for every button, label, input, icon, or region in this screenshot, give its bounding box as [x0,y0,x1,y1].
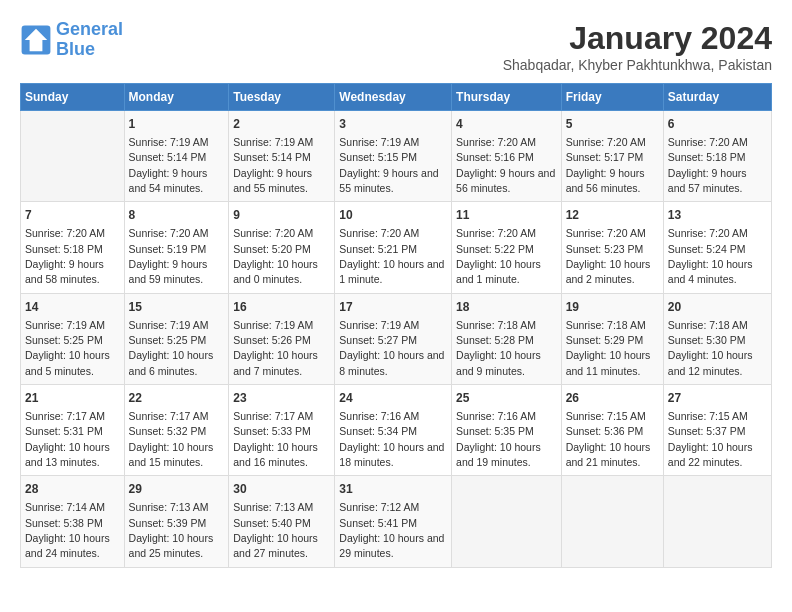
day-daylight: Daylight: 10 hours and 6 minutes. [129,349,214,376]
calendar-cell [561,476,663,567]
day-sunset: Sunset: 5:26 PM [233,334,311,346]
day-daylight: Daylight: 9 hours and 54 minutes. [129,167,208,194]
day-number: 11 [456,207,557,224]
day-number: 4 [456,116,557,133]
calendar-cell: 21 Sunrise: 7:17 AM Sunset: 5:31 PM Dayl… [21,385,125,476]
day-sunrise: Sunrise: 7:17 AM [25,410,105,422]
day-sunrise: Sunrise: 7:19 AM [25,319,105,331]
logo-line2: Blue [56,39,95,59]
calendar-cell: 20 Sunrise: 7:18 AM Sunset: 5:30 PM Dayl… [663,293,771,384]
day-sunset: Sunset: 5:18 PM [668,151,746,163]
title-block: January 2024 Shabqadar, Khyber Pakhtunkh… [503,20,772,73]
day-daylight: Daylight: 10 hours and 5 minutes. [25,349,110,376]
day-number: 25 [456,390,557,407]
calendar-cell [21,111,125,202]
day-sunset: Sunset: 5:22 PM [456,243,534,255]
day-number: 16 [233,299,330,316]
calendar-week-3: 14 Sunrise: 7:19 AM Sunset: 5:25 PM Dayl… [21,293,772,384]
day-daylight: Daylight: 10 hours and 16 minutes. [233,441,318,468]
day-number: 14 [25,299,120,316]
calendar-week-4: 21 Sunrise: 7:17 AM Sunset: 5:31 PM Dayl… [21,385,772,476]
calendar-body: 1 Sunrise: 7:19 AM Sunset: 5:14 PM Dayli… [21,111,772,568]
day-daylight: Daylight: 10 hours and 22 minutes. [668,441,753,468]
day-daylight: Daylight: 9 hours and 59 minutes. [129,258,208,285]
calendar-header: Sunday Monday Tuesday Wednesday Thursday… [21,84,772,111]
day-sunset: Sunset: 5:30 PM [668,334,746,346]
calendar-cell: 27 Sunrise: 7:15 AM Sunset: 5:37 PM Dayl… [663,385,771,476]
calendar-cell: 3 Sunrise: 7:19 AM Sunset: 5:15 PM Dayli… [335,111,452,202]
day-daylight: Daylight: 10 hours and 2 minutes. [566,258,651,285]
day-sunset: Sunset: 5:37 PM [668,425,746,437]
day-sunset: Sunset: 5:25 PM [129,334,207,346]
day-sunset: Sunset: 5:23 PM [566,243,644,255]
calendar-cell: 4 Sunrise: 7:20 AM Sunset: 5:16 PM Dayli… [452,111,562,202]
day-sunrise: Sunrise: 7:16 AM [456,410,536,422]
day-daylight: Daylight: 9 hours and 58 minutes. [25,258,104,285]
day-daylight: Daylight: 10 hours and 25 minutes. [129,532,214,559]
calendar-cell: 15 Sunrise: 7:19 AM Sunset: 5:25 PM Dayl… [124,293,229,384]
calendar-cell: 9 Sunrise: 7:20 AM Sunset: 5:20 PM Dayli… [229,202,335,293]
day-sunrise: Sunrise: 7:19 AM [129,136,209,148]
day-sunrise: Sunrise: 7:13 AM [129,501,209,513]
logo-text: General Blue [56,20,123,60]
day-sunset: Sunset: 5:36 PM [566,425,644,437]
day-sunset: Sunset: 5:18 PM [25,243,103,255]
day-sunrise: Sunrise: 7:20 AM [668,136,748,148]
calendar-cell: 24 Sunrise: 7:16 AM Sunset: 5:34 PM Dayl… [335,385,452,476]
day-daylight: Daylight: 10 hours and 7 minutes. [233,349,318,376]
day-sunset: Sunset: 5:19 PM [129,243,207,255]
day-daylight: Daylight: 10 hours and 12 minutes. [668,349,753,376]
day-daylight: Daylight: 10 hours and 24 minutes. [25,532,110,559]
calendar-week-2: 7 Sunrise: 7:20 AM Sunset: 5:18 PM Dayli… [21,202,772,293]
day-daylight: Daylight: 10 hours and 21 minutes. [566,441,651,468]
page-header: General Blue January 2024 Shabqadar, Khy… [20,20,772,73]
day-number: 29 [129,481,225,498]
day-sunrise: Sunrise: 7:19 AM [339,319,419,331]
day-daylight: Daylight: 10 hours and 13 minutes. [25,441,110,468]
day-number: 22 [129,390,225,407]
day-number: 20 [668,299,767,316]
header-thursday: Thursday [452,84,562,111]
day-sunset: Sunset: 5:41 PM [339,517,417,529]
day-sunrise: Sunrise: 7:19 AM [233,319,313,331]
day-daylight: Daylight: 10 hours and 8 minutes. [339,349,444,376]
day-sunset: Sunset: 5:25 PM [25,334,103,346]
calendar-cell: 26 Sunrise: 7:15 AM Sunset: 5:36 PM Dayl… [561,385,663,476]
calendar-cell: 31 Sunrise: 7:12 AM Sunset: 5:41 PM Dayl… [335,476,452,567]
logo-line1: General [56,19,123,39]
day-sunrise: Sunrise: 7:20 AM [668,227,748,239]
day-daylight: Daylight: 10 hours and 15 minutes. [129,441,214,468]
day-sunrise: Sunrise: 7:20 AM [456,136,536,148]
day-number: 13 [668,207,767,224]
day-number: 6 [668,116,767,133]
day-daylight: Daylight: 10 hours and 1 minute. [339,258,444,285]
day-daylight: Daylight: 10 hours and 27 minutes. [233,532,318,559]
calendar-cell: 22 Sunrise: 7:17 AM Sunset: 5:32 PM Dayl… [124,385,229,476]
day-sunrise: Sunrise: 7:15 AM [668,410,748,422]
day-number: 27 [668,390,767,407]
day-number: 15 [129,299,225,316]
day-number: 17 [339,299,447,316]
day-sunrise: Sunrise: 7:12 AM [339,501,419,513]
day-sunset: Sunset: 5:32 PM [129,425,207,437]
day-number: 21 [25,390,120,407]
day-sunset: Sunset: 5:16 PM [456,151,534,163]
header-wednesday: Wednesday [335,84,452,111]
header-saturday: Saturday [663,84,771,111]
day-sunrise: Sunrise: 7:17 AM [129,410,209,422]
day-number: 18 [456,299,557,316]
day-sunset: Sunset: 5:27 PM [339,334,417,346]
day-daylight: Daylight: 10 hours and 9 minutes. [456,349,541,376]
logo-icon [20,24,52,56]
day-sunrise: Sunrise: 7:18 AM [668,319,748,331]
day-number: 26 [566,390,659,407]
day-sunrise: Sunrise: 7:18 AM [456,319,536,331]
day-daylight: Daylight: 9 hours and 57 minutes. [668,167,747,194]
day-sunset: Sunset: 5:28 PM [456,334,534,346]
day-sunrise: Sunrise: 7:19 AM [129,319,209,331]
calendar-cell: 5 Sunrise: 7:20 AM Sunset: 5:17 PM Dayli… [561,111,663,202]
day-sunset: Sunset: 5:14 PM [129,151,207,163]
calendar-cell: 12 Sunrise: 7:20 AM Sunset: 5:23 PM Dayl… [561,202,663,293]
day-number: 2 [233,116,330,133]
calendar-cell: 30 Sunrise: 7:13 AM Sunset: 5:40 PM Dayl… [229,476,335,567]
